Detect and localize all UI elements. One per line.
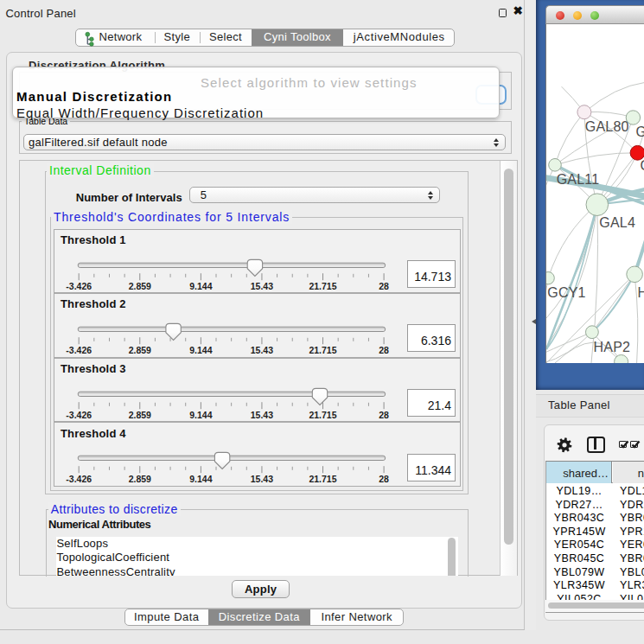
svg-text:HAP2: HAP2 [594,340,631,354]
svg-text:GAL4: GAL4 [600,215,636,230]
svg-text:21.715: 21.715 [309,474,337,484]
svg-text:GAL11: GAL11 [557,172,600,187]
svg-text:28: 28 [379,345,390,355]
svg-text:H: H [638,285,644,300]
svg-text:2.859: 2.859 [129,474,151,484]
svg-text:28: 28 [379,474,390,484]
svg-text:-3.426: -3.426 [67,409,92,419]
svg-text:GA: GA [636,124,644,139]
svg-text:GCY1: GCY1 [548,285,586,300]
svg-text:28: 28 [379,280,390,290]
svg-text:9.144: 9.144 [190,474,213,484]
svg-text:2.859: 2.859 [129,409,151,419]
svg-text:21.715: 21.715 [309,280,337,290]
svg-text:2.859: 2.859 [129,345,151,355]
svg-text:21.715: 21.715 [309,409,337,419]
svg-text:2.859: 2.859 [129,280,151,290]
svg-text:GAL80: GAL80 [585,119,629,134]
svg-text:C: C [641,158,644,173]
svg-text:9.144: 9.144 [190,280,213,290]
svg-text:15.43: 15.43 [251,345,273,355]
svg-text:9.144: 9.144 [190,409,213,419]
svg-text:9.144: 9.144 [190,345,213,355]
svg-text:15.43: 15.43 [251,474,273,484]
svg-text:-3.426: -3.426 [67,345,92,355]
svg-text:28: 28 [379,409,390,419]
svg-text:21.715: 21.715 [309,345,337,355]
svg-text:-3.426: -3.426 [67,280,92,290]
svg-text:-3.426: -3.426 [67,474,92,484]
svg-text:15.43: 15.43 [251,280,273,290]
svg-text:15.43: 15.43 [251,409,273,419]
